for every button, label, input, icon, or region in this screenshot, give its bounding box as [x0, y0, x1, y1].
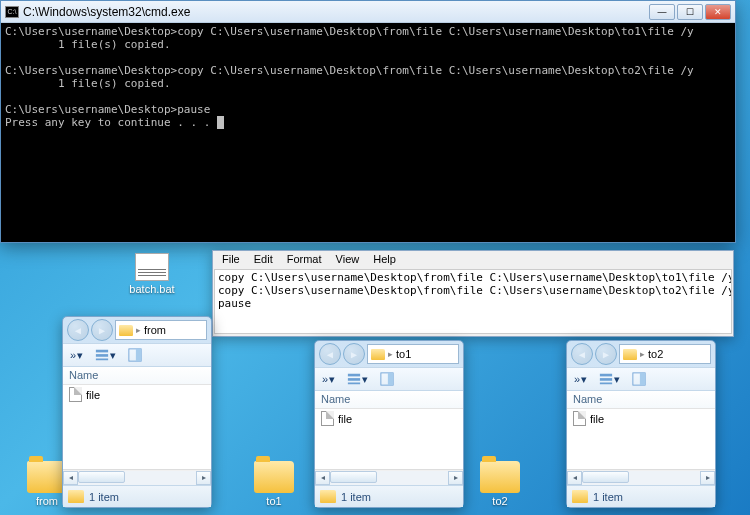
cmd-icon: C:\	[5, 6, 19, 18]
cmd-window: C:\ C:\Windows\system32\cmd.exe — ☐ ✕ C:…	[0, 0, 736, 243]
svg-rect-1	[96, 354, 108, 357]
status-bar: 1 item	[63, 485, 211, 507]
file-icon	[573, 411, 586, 426]
icon-label: to2	[470, 495, 530, 507]
svg-rect-10	[600, 374, 612, 377]
explorer-nav: ◄ ► ▸ to1	[315, 341, 463, 367]
file-list: Name file	[567, 391, 715, 469]
notepad-menubar: File Edit Format View Help	[213, 251, 733, 269]
back-button[interactable]: ◄	[67, 319, 89, 341]
horizontal-scrollbar[interactable]: ◂ ▸	[315, 469, 463, 485]
scroll-thumb[interactable]	[582, 471, 629, 483]
maximize-button[interactable]: ☐	[677, 4, 703, 20]
address-text: to1	[396, 348, 411, 360]
icon-label: to1	[244, 495, 304, 507]
notepad-window: File Edit Format View Help copy C:\Users…	[212, 250, 734, 337]
minimize-button[interactable]: —	[649, 4, 675, 20]
file-list: Name file	[63, 367, 211, 469]
menu-file[interactable]: File	[215, 251, 247, 269]
explorer-toolbar: »▾ ▾	[315, 367, 463, 391]
scroll-thumb[interactable]	[330, 471, 377, 483]
preview-button[interactable]	[376, 370, 398, 388]
desktop-icon-to2[interactable]: to2	[470, 461, 530, 507]
svg-rect-6	[348, 378, 360, 381]
address-text: to2	[648, 348, 663, 360]
status-text: 1 item	[89, 491, 119, 503]
svg-rect-14	[640, 373, 645, 385]
status-bar: 1 item	[315, 485, 463, 507]
menu-view[interactable]: View	[329, 251, 367, 269]
horizontal-scrollbar[interactable]: ◂ ▸	[567, 469, 715, 485]
svg-rect-7	[348, 383, 360, 385]
status-text: 1 item	[593, 491, 623, 503]
views-menu[interactable]: ▾	[595, 370, 624, 388]
file-icon	[321, 411, 334, 426]
explorer-to2: ◄ ► ▸ to2 »▾ ▾ Name file ◂ ▸ 1 item	[566, 340, 716, 508]
preview-button[interactable]	[628, 370, 650, 388]
scroll-right-button[interactable]: ▸	[448, 471, 463, 485]
file-name: file	[590, 413, 604, 425]
organize-menu[interactable]: »▾	[318, 371, 339, 388]
folder-icon	[623, 349, 637, 360]
chevron-right-icon: ▸	[388, 349, 393, 359]
list-item[interactable]: file	[315, 409, 463, 428]
folder-icon	[320, 490, 336, 503]
scroll-left-button[interactable]: ◂	[63, 471, 78, 485]
organize-menu[interactable]: »▾	[570, 371, 591, 388]
file-icon	[69, 387, 82, 402]
status-bar: 1 item	[567, 485, 715, 507]
scroll-left-button[interactable]: ◂	[567, 471, 582, 485]
cmd-title: C:\Windows\system32\cmd.exe	[23, 5, 649, 19]
scroll-thumb[interactable]	[78, 471, 125, 483]
desktop-icon-batch[interactable]: batch.bat	[122, 253, 182, 295]
list-item[interactable]: file	[63, 385, 211, 404]
address-bar[interactable]: ▸ from	[115, 320, 207, 340]
chevron-right-icon: ▸	[640, 349, 645, 359]
chevron-right-icon: ▸	[136, 325, 141, 335]
menu-format[interactable]: Format	[280, 251, 329, 269]
back-button[interactable]: ◄	[319, 343, 341, 365]
scroll-left-button[interactable]: ◂	[315, 471, 330, 485]
svg-rect-12	[600, 383, 612, 385]
scroll-right-button[interactable]: ▸	[196, 471, 211, 485]
explorer-nav: ◄ ► ▸ from	[63, 317, 211, 343]
column-header-name[interactable]: Name	[315, 391, 463, 409]
column-header-name[interactable]: Name	[567, 391, 715, 409]
views-menu[interactable]: ▾	[343, 370, 372, 388]
close-button[interactable]: ✕	[705, 4, 731, 20]
address-text: from	[144, 324, 166, 336]
svg-rect-11	[600, 378, 612, 381]
views-menu[interactable]: ▾	[91, 346, 120, 364]
preview-button[interactable]	[124, 346, 146, 364]
icon-label: batch.bat	[122, 283, 182, 295]
scroll-right-button[interactable]: ▸	[700, 471, 715, 485]
address-bar[interactable]: ▸ to2	[619, 344, 711, 364]
menu-edit[interactable]: Edit	[247, 251, 280, 269]
forward-button[interactable]: ►	[595, 343, 617, 365]
bat-file-icon	[135, 253, 169, 281]
forward-button[interactable]: ►	[343, 343, 365, 365]
forward-button[interactable]: ►	[91, 319, 113, 341]
desktop-icon-to1[interactable]: to1	[244, 461, 304, 507]
folder-icon	[254, 461, 294, 493]
organize-menu[interactable]: »▾	[66, 347, 87, 364]
folder-icon	[371, 349, 385, 360]
column-header-name[interactable]: Name	[63, 367, 211, 385]
explorer-from: ◄ ► ▸ from »▾ ▾ Name file ◂ ▸ 1 item	[62, 316, 212, 508]
menu-help[interactable]: Help	[366, 251, 403, 269]
file-name: file	[338, 413, 352, 425]
file-list: Name file	[315, 391, 463, 469]
address-bar[interactable]: ▸ to1	[367, 344, 459, 364]
horizontal-scrollbar[interactable]: ◂ ▸	[63, 469, 211, 485]
list-item[interactable]: file	[567, 409, 715, 428]
back-button[interactable]: ◄	[571, 343, 593, 365]
explorer-to1: ◄ ► ▸ to1 »▾ ▾ Name file ◂ ▸ 1 item	[314, 340, 464, 508]
explorer-toolbar: »▾ ▾	[63, 343, 211, 367]
notepad-textarea[interactable]: copy C:\Users\username\Desktop\from\file…	[214, 269, 732, 334]
svg-rect-0	[96, 350, 108, 353]
folder-icon	[119, 325, 133, 336]
cmd-titlebar[interactable]: C:\ C:\Windows\system32\cmd.exe — ☐ ✕	[1, 1, 735, 23]
cmd-output[interactable]: C:\Users\username\Desktop>copy C:\Users\…	[1, 23, 735, 242]
folder-icon	[480, 461, 520, 493]
explorer-nav: ◄ ► ▸ to2	[567, 341, 715, 367]
